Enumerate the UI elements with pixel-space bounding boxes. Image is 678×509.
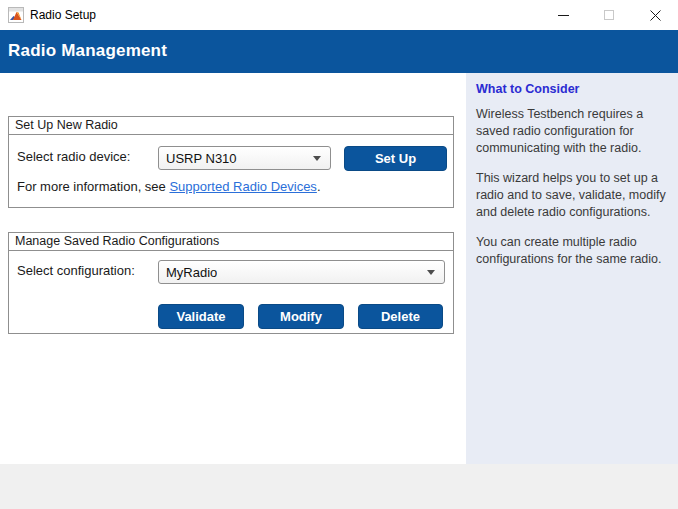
footer-strip — [0, 464, 678, 509]
radio-setup-window: Radio Setup Radio Management Set Up New … — [0, 0, 678, 509]
dropdown-arrow-icon — [313, 156, 321, 161]
help-sidebar: What to Consider Wireless Testbench requ… — [466, 73, 678, 464]
matlab-app-icon — [8, 7, 24, 23]
setup-group-title: Set Up New Radio — [9, 117, 453, 135]
maximize-icon — [604, 10, 614, 20]
sidebar-paragraph: This wizard helps you to set up a radio … — [476, 170, 668, 221]
minimize-icon — [558, 10, 569, 21]
set-up-button[interactable]: Set Up — [344, 146, 447, 171]
manage-group-title: Manage Saved Radio Configurations — [9, 233, 453, 251]
minimize-button[interactable] — [540, 0, 586, 30]
radio-device-dropdown[interactable]: USRP N310 — [158, 146, 331, 170]
modify-button[interactable]: Modify — [258, 304, 344, 329]
info-suffix: . — [317, 179, 321, 194]
configuration-dropdown[interactable]: MyRadio — [158, 260, 445, 284]
configuration-label: Select configuration: — [17, 263, 135, 278]
page-title: Radio Management — [8, 41, 167, 61]
supported-radio-devices-link[interactable]: Supported Radio Devices — [169, 179, 316, 194]
radio-device-value: USRP N310 — [166, 151, 237, 166]
sidebar-paragraph: You can create multiple radio configurat… — [476, 234, 668, 268]
validate-button[interactable]: Validate — [158, 304, 244, 329]
info-prefix: For more information, see — [17, 179, 169, 194]
window-title: Radio Setup — [30, 0, 96, 30]
setup-new-radio-group: Set Up New Radio Select radio device: US… — [8, 116, 454, 208]
configuration-value: MyRadio — [166, 265, 217, 280]
maximize-button — [586, 0, 632, 30]
dropdown-arrow-icon — [427, 270, 435, 275]
window-controls — [540, 0, 678, 30]
more-info-text: For more information, see Supported Radi… — [17, 179, 321, 194]
manage-configurations-group: Manage Saved Radio Configurations Select… — [8, 232, 454, 334]
delete-button[interactable]: Delete — [358, 304, 443, 329]
page-header: Radio Management — [0, 30, 678, 73]
radio-device-label: Select radio device: — [17, 149, 130, 164]
window-titlebar[interactable]: Radio Setup — [0, 0, 678, 30]
close-button[interactable] — [632, 0, 678, 30]
sidebar-paragraph: Wireless Testbench requires a saved radi… — [476, 106, 668, 157]
sidebar-title: What to Consider — [476, 82, 668, 96]
close-icon — [650, 10, 661, 21]
